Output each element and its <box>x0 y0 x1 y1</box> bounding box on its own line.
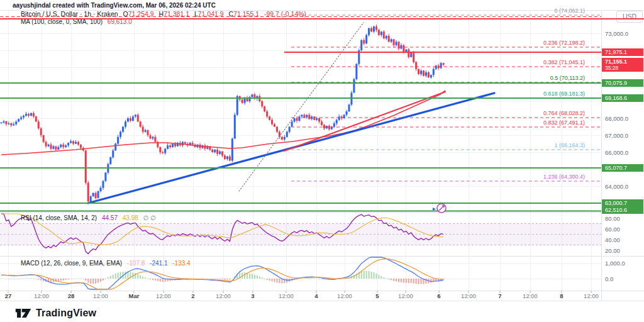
candle-body <box>132 116 134 121</box>
candle-body <box>92 193 94 196</box>
candle-body <box>348 104 350 111</box>
candle-body <box>164 149 166 153</box>
candle-body <box>363 40 365 43</box>
rsi-indicator-legend[interactable]: RSI (14, close, SMA, 14, 2) 44.57 43.98 … <box>21 214 156 221</box>
candle-body <box>112 150 114 157</box>
candle-body <box>184 142 186 144</box>
macd-histogram-bar <box>276 279 277 282</box>
macd-histogram-bar <box>65 279 67 280</box>
candle-body <box>269 116 270 119</box>
candle-body <box>219 152 221 154</box>
candle-body <box>224 155 226 158</box>
macd-histogram-bar <box>311 278 313 279</box>
candle-body <box>77 142 79 145</box>
macd-histogram-bar <box>113 275 114 279</box>
candle-body <box>125 121 126 126</box>
macd-histogram-bar <box>219 279 221 279</box>
candle-body <box>109 157 111 164</box>
macd-histogram-bar <box>150 279 151 279</box>
candle-body <box>266 111 268 116</box>
ohlc-low-value: 71,041.9 <box>198 10 224 18</box>
macd-histogram-bar <box>140 275 141 279</box>
rsi-hidden-values: ∅ ∅ <box>143 214 156 221</box>
macd-histogram-bar <box>231 279 233 279</box>
macd-histogram-bar <box>264 279 265 279</box>
candle-body <box>391 39 392 42</box>
resistance-hline-top[interactable] <box>0 18 644 19</box>
macd-histogram-bar <box>70 279 72 279</box>
candle-body <box>117 137 119 144</box>
macd-indicator-legend[interactable]: MACD (12, 26, close, 9, EMA, EMA) -107.8… <box>21 260 191 267</box>
candle-body <box>370 28 372 31</box>
candle-body <box>360 40 362 50</box>
candle-body <box>353 79 355 93</box>
macd-histogram-bar <box>430 279 431 283</box>
candle-body <box>286 132 288 137</box>
macd-histogram-bar <box>110 276 111 279</box>
candle-body <box>23 116 25 118</box>
macd-histogram-bar <box>421 279 422 284</box>
macd-histogram-bar <box>30 278 31 279</box>
macd-histogram-bar <box>73 279 74 279</box>
candle-body <box>33 113 35 116</box>
candle-body <box>443 63 445 65</box>
macd-histogram-bar <box>286 279 287 282</box>
macd-histogram-bar <box>314 279 315 279</box>
currency-toggle-button[interactable]: USD <box>616 11 643 23</box>
macd-histogram-bar <box>125 272 126 279</box>
candle-body <box>5 121 7 125</box>
macd-histogram-bar <box>60 279 62 281</box>
red-trendline <box>284 92 445 151</box>
macd-histogram-bar <box>393 279 394 281</box>
macd-histogram-bar <box>249 274 250 279</box>
macd-histogram-bar <box>85 279 86 280</box>
candle-body <box>383 31 385 38</box>
symbol-legend[interactable]: Bitcoin / U.S. Dollar · 1h · Kraken O71,… <box>21 10 306 18</box>
macd-histogram-bar <box>279 279 280 283</box>
symbol-title: Bitcoin / U.S. Dollar · 1h · Kraken <box>21 10 118 18</box>
macd-histogram-bar <box>90 279 91 284</box>
candle-body <box>294 118 296 121</box>
candle-body <box>80 145 82 148</box>
rsi-value: 44.57 <box>102 214 118 221</box>
macd-histogram-bar <box>105 279 106 279</box>
macd-histogram-bar <box>366 271 367 279</box>
candle-body <box>172 144 174 147</box>
candle-body <box>167 145 169 148</box>
macd-histogram-bar <box>252 274 253 279</box>
macd-histogram-bar <box>68 279 69 279</box>
candle-body <box>13 124 14 125</box>
macd-histogram-bar <box>416 279 417 284</box>
candle-body <box>8 123 9 124</box>
candle-body <box>192 143 194 145</box>
macd-histogram-bar <box>272 279 273 282</box>
macd-histogram-bar <box>157 279 158 281</box>
candle-body <box>135 115 136 117</box>
macd-histogram-bar <box>87 279 89 283</box>
candle-body <box>301 115 303 117</box>
rsi-sma-value: 43.98 <box>123 214 138 221</box>
candle-body <box>60 145 62 147</box>
candle-body <box>435 65 437 69</box>
macd-histogram-bar <box>229 279 230 280</box>
macd-histogram-bar <box>13 279 14 279</box>
macd-histogram-bar <box>115 274 116 279</box>
candle-body <box>433 69 435 75</box>
macd-histogram-bar <box>396 279 397 282</box>
candle-body <box>104 172 106 181</box>
macd-histogram-bar <box>259 276 260 279</box>
candle-body <box>1 123 3 123</box>
macd-histogram-bar <box>411 279 412 283</box>
macd-histogram-bar <box>75 279 77 279</box>
price-axis-border[interactable] <box>601 10 602 301</box>
candle-body <box>3 121 4 123</box>
macd-histogram-bar <box>406 279 407 283</box>
candle-body <box>328 126 330 129</box>
macd-histogram-bar <box>152 279 153 280</box>
price-chart-canvas[interactable] <box>0 0 644 301</box>
tradingview-logo-link[interactable]: TradingView <box>15 306 96 320</box>
candle-body <box>65 145 67 147</box>
candle-body <box>323 125 325 128</box>
ohlc-open-label: O <box>123 10 128 18</box>
candle-body <box>430 75 432 77</box>
